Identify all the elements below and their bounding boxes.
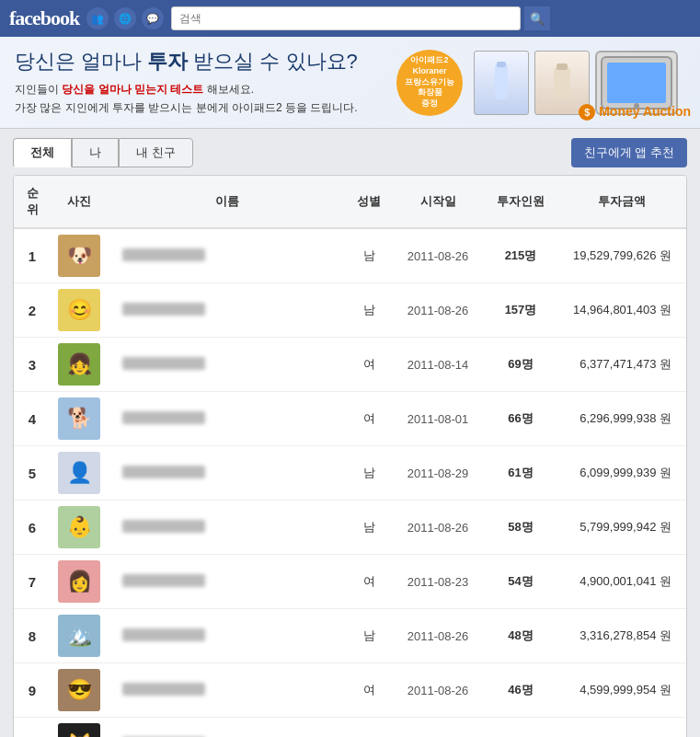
cell-name — [108, 392, 346, 446]
friends-icon[interactable]: 👥 — [86, 7, 109, 29]
cell-name — [108, 228, 346, 283]
avatar: 😎 — [58, 669, 100, 711]
cell-name — [108, 283, 346, 338]
cell-photo: 👤 — [51, 446, 108, 501]
name-blurred — [122, 628, 205, 641]
cell-rank: 9 — [14, 663, 51, 718]
col-amount: 투자금액 — [557, 176, 686, 228]
name-blurred — [122, 466, 205, 478]
cell-investors: 48명 — [484, 609, 557, 663]
rankings-table: 순위 사진 이름 성별 시작일 투자인원 투자금액 1 🐶 남 2011-08-… — [14, 176, 686, 737]
chat-icon[interactable]: 💬 — [142, 7, 164, 29]
rankings-table-container: 순위 사진 이름 성별 시작일 투자인원 투자금액 1 🐶 남 2011-08-… — [13, 175, 687, 737]
cell-rank: 3 — [14, 338, 51, 392]
cell-gender: 남 — [346, 446, 392, 501]
cell-investors: 215명 — [484, 228, 557, 283]
search-input[interactable] — [171, 6, 521, 30]
avatar: 👩 — [58, 560, 100, 603]
cell-rank: 4 — [14, 392, 51, 446]
cell-photo: 👧 — [51, 338, 108, 392]
cell-name — [108, 718, 346, 738]
table-row: 8 🏔️ 남 2011-08-26 48명 3,316,278,854 원 — [14, 609, 686, 663]
cell-photo: 😊 — [51, 283, 108, 338]
col-date: 시작일 — [392, 176, 484, 228]
cell-amount: 4,100,149,950 원 — [557, 718, 686, 738]
svg-rect-0 — [495, 64, 508, 99]
name-blurred — [122, 574, 205, 587]
cell-gender: 여 — [346, 555, 392, 609]
cell-rank: 1 — [14, 228, 51, 283]
col-gender: 성별 — [346, 176, 392, 228]
cell-amount: 4,599,999,954 원 — [557, 663, 686, 718]
avatar: 👤 — [58, 452, 100, 494]
ad-product-cream1 — [474, 51, 529, 115]
table-row: 6 👶 남 2011-08-26 58명 5,799,999,942 원 — [14, 501, 686, 555]
cell-date: 2011-08-26 — [392, 283, 484, 338]
cell-rank: 7 — [14, 555, 51, 609]
svg-rect-5 — [607, 63, 666, 103]
cell-gender: 남 — [346, 228, 392, 283]
cell-amount: 6,377,471,473 원 — [557, 338, 686, 392]
svg-rect-2 — [554, 67, 570, 98]
cell-rank: 10 — [14, 718, 51, 738]
ad-title: 당신은 얼마나 투자 받으실 수 있나요? — [15, 48, 385, 75]
cell-photo: 🐱 — [51, 718, 108, 738]
cell-date: 2011-08-26 — [392, 609, 484, 663]
tab-friends[interactable]: 내 친구 — [119, 138, 193, 167]
name-blurred — [122, 683, 205, 696]
cell-date: 2011-08-01 — [392, 392, 484, 446]
cell-date: 2011-08-14 — [392, 338, 484, 392]
globe-icon[interactable]: 🌐 — [114, 7, 136, 29]
search-button[interactable]: 🔍 — [524, 6, 550, 30]
cell-investors: 43명 — [484, 718, 557, 738]
cell-investors: 46명 — [484, 663, 557, 718]
cell-date: 2011-08-23 — [392, 555, 484, 609]
tab-me[interactable]: 나 — [72, 138, 119, 167]
avatar: 👧 — [58, 343, 100, 386]
ad-brand: $Money Auction — [579, 104, 691, 121]
cell-rank: 8 — [14, 609, 51, 663]
cell-name — [108, 338, 346, 392]
ad-banner[interactable]: 당신은 얼마나 투자 받으실 수 있나요? 지인들이 당신을 얼마나 믿는지 테… — [0, 37, 700, 129]
tab-all[interactable]: 전체 — [13, 138, 72, 167]
col-investors: 투자인원 — [484, 176, 557, 228]
avatar: 🐶 — [58, 235, 100, 277]
name-blurred — [122, 303, 205, 316]
table-row: 5 👤 남 2011-08-29 61명 6,099,999,939 원 — [14, 446, 686, 501]
name-blurred — [122, 520, 205, 533]
table-header-row: 순위 사진 이름 성별 시작일 투자인원 투자금액 — [14, 176, 686, 228]
cell-amount: 19,529,799,626 원 — [557, 228, 686, 283]
ad-text: 당신은 얼마나 투자 받으실 수 있나요? 지인들이 당신을 얼마나 믿는지 테… — [15, 48, 385, 116]
cell-gender: 여 — [346, 663, 392, 718]
cell-gender: 남 — [346, 283, 392, 338]
table-row: 1 🐶 남 2011-08-26 215명 19,529,799,626 원 — [14, 228, 686, 283]
ad-subtitle: 지인들이 당신을 얼마나 믿는지 테스트 해보세요. 가장 많은 지인에게 투자… — [15, 81, 385, 116]
avatar: 😊 — [58, 289, 100, 331]
name-blurred — [122, 411, 205, 424]
cell-gender: 남 — [346, 718, 392, 738]
cell-date: 2011-08-29 — [392, 446, 484, 501]
recommend-button[interactable]: 친구에게 앱 추천 — [571, 138, 687, 167]
header-icons: 👥 🌐 💬 — [86, 7, 164, 29]
cell-amount: 5,799,999,942 원 — [557, 501, 686, 555]
table-row: 3 👧 여 2011-08-14 69명 6,377,471,473 원 — [14, 338, 686, 392]
svg-rect-3 — [557, 63, 568, 70]
cell-name — [108, 501, 346, 555]
cell-rank: 5 — [14, 446, 51, 501]
table-row: 2 😊 남 2011-08-26 157명 14,964,801,403 원 — [14, 283, 686, 338]
search-bar: 🔍 — [171, 6, 691, 30]
cell-photo: 🐕 — [51, 392, 108, 446]
ad-badge: 아이패드2 Kloraner 프랑스유기능 화장품 증정 — [396, 50, 463, 116]
cell-photo: 🐶 — [51, 228, 108, 283]
cell-name — [108, 555, 346, 609]
cell-investors: 69명 — [484, 338, 557, 392]
cell-amount: 14,964,801,403 원 — [557, 283, 686, 338]
cell-amount: 3,316,278,854 원 — [557, 609, 686, 663]
avatar: 🐱 — [58, 723, 100, 737]
header: facebook 👥 🌐 💬 🔍 — [0, 0, 700, 37]
tabs-row: 전체 나 내 친구 친구에게 앱 추천 — [13, 138, 687, 167]
col-photo: 사진 — [51, 176, 108, 228]
cell-investors: 58명 — [484, 501, 557, 555]
cell-amount: 6,296,999,938 원 — [557, 392, 686, 446]
cell-date: 2011-08-26 — [392, 501, 484, 555]
